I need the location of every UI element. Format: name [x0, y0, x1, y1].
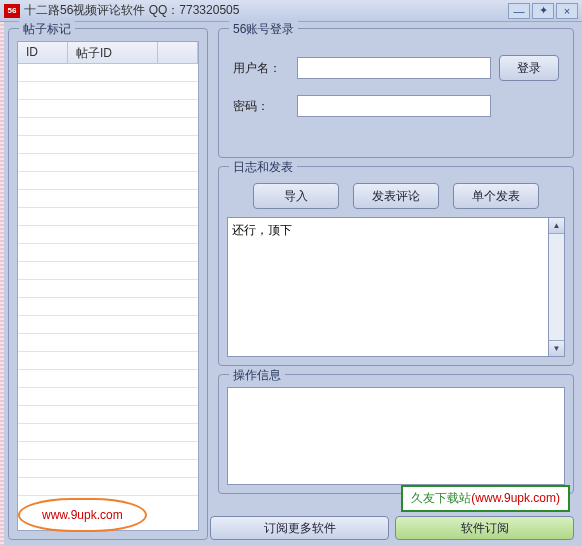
group-post-legend: 日志和发表: [229, 159, 297, 176]
table-row[interactable]: [18, 154, 198, 172]
table-row[interactable]: [18, 226, 198, 244]
table-row[interactable]: [18, 352, 198, 370]
password-row: 密码：: [233, 95, 559, 117]
maximize-button[interactable]: ✦: [532, 3, 554, 19]
username-label: 用户名：: [233, 60, 289, 77]
soft-subscribe-button[interactable]: 软件订阅: [395, 516, 574, 540]
col-post-id[interactable]: 帖子ID: [68, 42, 158, 63]
table-row[interactable]: [18, 64, 198, 82]
username-row: 用户名： 登录: [233, 55, 559, 81]
table-row[interactable]: [18, 190, 198, 208]
comment-button[interactable]: 发表评论: [353, 183, 439, 209]
titlebar: 56 十二路56视频评论软件 QQ：773320505 — ✦ ×: [0, 0, 582, 22]
posts-table[interactable]: ID 帖子ID: [17, 41, 199, 531]
content-wrap: 还行，顶下 ▲ ▼: [227, 217, 565, 357]
username-input[interactable]: [297, 57, 491, 79]
table-row[interactable]: [18, 118, 198, 136]
table-row[interactable]: [18, 244, 198, 262]
client-area: 帖子标记 ID 帖子ID: [0, 22, 582, 546]
table-row[interactable]: [18, 280, 198, 298]
scroll-down-icon[interactable]: ▼: [549, 340, 564, 356]
post-button-row: 导入 发表评论 单个发表: [227, 183, 565, 209]
table-row[interactable]: [18, 442, 198, 460]
group-login-legend: 56账号登录: [229, 21, 298, 38]
table-row[interactable]: [18, 172, 198, 190]
watermark-text-b: (www.9upk.com): [471, 491, 560, 505]
right-column: 56账号登录 用户名： 登录 密码： 日志和发表 导入 发表评论 单个发表 还行…: [218, 28, 574, 540]
table-row[interactable]: [18, 370, 198, 388]
table-row[interactable]: [18, 82, 198, 100]
table-row[interactable]: [18, 100, 198, 118]
table-row[interactable]: [18, 478, 198, 496]
watermark-9upk: www.9upk.com: [18, 498, 147, 532]
group-log-legend: 操作信息: [229, 367, 285, 384]
left-column: 帖子标记 ID 帖子ID: [8, 28, 208, 540]
bottom-buttons: 订阅更多软件 软件订阅: [210, 516, 574, 540]
single-button[interactable]: 单个发表: [453, 183, 539, 209]
group-post: 日志和发表 导入 发表评论 单个发表 还行，顶下 ▲ ▼: [218, 166, 574, 366]
window-title: 十二路56视频评论软件 QQ：773320505: [24, 2, 508, 19]
subscribe-button[interactable]: 订阅更多软件: [210, 516, 389, 540]
close-button[interactable]: ×: [556, 3, 578, 19]
group-login: 56账号登录 用户名： 登录 密码：: [218, 28, 574, 158]
table-row[interactable]: [18, 316, 198, 334]
table-row[interactable]: [18, 262, 198, 280]
group-log: 操作信息: [218, 374, 574, 494]
app-icon: 56: [4, 4, 20, 18]
table-body[interactable]: [18, 64, 198, 530]
col-id[interactable]: ID: [18, 42, 68, 63]
password-label: 密码：: [233, 98, 289, 115]
watermark-text-a: 久友下载站: [411, 491, 471, 505]
scroll-up-icon[interactable]: ▲: [549, 218, 564, 234]
import-button[interactable]: 导入: [253, 183, 339, 209]
table-row[interactable]: [18, 424, 198, 442]
table-header: ID 帖子ID: [18, 42, 198, 64]
watermark-jiuyou: 久友下载站(www.9upk.com): [401, 485, 570, 512]
scrollbar[interactable]: ▲ ▼: [549, 217, 565, 357]
window-controls: — ✦ ×: [508, 3, 578, 19]
table-row[interactable]: [18, 334, 198, 352]
table-row[interactable]: [18, 208, 198, 226]
group-posts: 帖子标记 ID 帖子ID: [8, 28, 208, 540]
table-row[interactable]: [18, 298, 198, 316]
login-button[interactable]: 登录: [499, 55, 559, 81]
minimize-button[interactable]: —: [508, 3, 530, 19]
table-row[interactable]: [18, 136, 198, 154]
log-output[interactable]: [227, 387, 565, 485]
left-edge-decoration: [0, 22, 4, 546]
table-row[interactable]: [18, 406, 198, 424]
table-row[interactable]: [18, 388, 198, 406]
content-textarea[interactable]: 还行，顶下: [227, 217, 549, 357]
table-row[interactable]: [18, 460, 198, 478]
group-posts-legend: 帖子标记: [19, 21, 75, 38]
password-input[interactable]: [297, 95, 491, 117]
col-spacer: [158, 42, 198, 63]
